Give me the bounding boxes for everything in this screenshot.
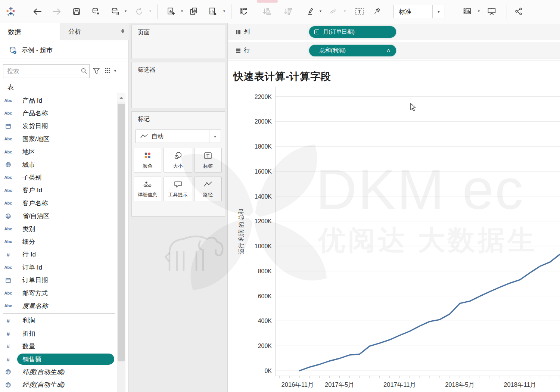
new-worksheet-button[interactable] [164,5,178,18]
rows-shelf[interactable]: 行 总和(利润) Δ [228,42,560,59]
field-item-11[interactable]: Abc细分 [0,235,116,248]
field-label: 客户 Id [16,186,42,195]
marks-label-button[interactable]: 标签 [194,148,222,172]
abc-field-icon: Abc [0,201,16,205]
field-label: 细分 [16,237,35,246]
highlight-caret[interactable]: ▾ [320,9,321,13]
tableau-logo-icon [4,5,18,18]
fit-selector[interactable]: 标准 ▾ [393,5,445,18]
rows-shelf-label: 行 [244,47,250,55]
undo-button[interactable] [31,5,44,18]
field-item-16[interactable]: Abc度量名称 [0,299,116,312]
pause-auto-updates-caret[interactable]: ▾ [125,9,127,13]
field-label: 订单日期 [16,276,48,284]
abc-field-icon: Abc [0,188,16,193]
field-item-8[interactable]: Abc客户名称 [0,197,116,209]
field-item-18[interactable]: #折扣 [0,327,116,340]
fit-selector-caret[interactable]: ▾ [433,10,445,14]
mouse-cursor [410,103,417,112]
sort-ascending-button[interactable] [260,5,274,18]
field-item-10[interactable]: Abc类别 [0,223,116,235]
field-item-6[interactable]: Abc子类别 [0,171,116,184]
abc-field-icon: Abc [0,98,16,103]
field-item-21[interactable]: 纬度(自动生成) [0,365,116,378]
clear-sheet-button[interactable] [206,5,220,18]
globe-field-icon [0,162,16,168]
share-workbook-button[interactable] [512,5,526,18]
field-label: 地区 [16,147,35,156]
field-item-7[interactable]: Abc客户 Id [0,184,116,197]
field-item-3[interactable]: Abc国家/地区 [0,133,116,145]
field-item-13[interactable]: Abc订单 Id [0,261,116,274]
marks-size-button[interactable]: 大小 [164,148,192,172]
x-tick-label: 2016年11月 [281,381,314,388]
pill-month-order-date[interactable]: 月(订单日期) [309,26,396,38]
y-tick-label: 1400K [255,193,272,200]
field-item-19[interactable]: #数量 [0,340,116,353]
field-item-4[interactable]: Abc地区 [0,146,116,158]
marks-path-button[interactable]: 路径 [194,177,222,201]
field-item-22[interactable]: 经度(自动生成) [0,379,116,391]
field-item-12[interactable]: #行 Id [0,248,116,261]
columns-shelf[interactable]: 列 月(订单日期) [228,24,560,40]
view-as-grid-icon[interactable] [105,67,112,75]
clear-sheet-caret[interactable]: ▾ [223,9,225,13]
filter-icon[interactable] [92,67,100,75]
swap-rows-and-columns-button[interactable] [237,5,251,18]
refresh-data-button[interactable] [133,5,146,18]
presentation-mode-button[interactable] [485,5,498,18]
filters-card[interactable]: 筛选器 [131,62,225,108]
field-item-17[interactable]: #利润 [0,314,116,327]
field-label: 客户名称 [16,199,48,208]
calendar-field-icon [0,123,16,129]
abc-field-icon: Abc [0,304,16,308]
save-button[interactable] [70,5,83,18]
field-item-1[interactable]: Abc产品名称 [0,107,116,119]
abc-field-icon: Abc [0,175,16,180]
field-label: 行 Id [16,250,36,259]
y-tick-label: 200K [258,343,272,349]
group-members-caret[interactable]: ▾ [344,9,346,13]
field-item-0[interactable]: Abc产品 Id [0,94,116,107]
scrollbar-up-button[interactable] [117,93,125,102]
view-as-caret[interactable]: ▾ [114,69,116,73]
new-data-source-button[interactable] [89,5,102,18]
group-members-button[interactable] [326,5,340,18]
field-item-15[interactable]: Abc邮寄方式 [0,287,116,299]
tab-analytics[interactable]: 分析 [61,23,129,40]
marks-detail-button[interactable]: 详细信息 [134,177,161,201]
detail-icon [143,180,152,190]
show-hide-cards-button[interactable] [461,5,474,18]
marks-color-button[interactable]: 颜色 [134,148,161,172]
field-item-20[interactable]: #销售额 [0,353,116,365]
sort-descending-button[interactable] [281,5,295,18]
field-item-9[interactable]: 省/自治区 [0,210,116,223]
show-hide-cards-caret[interactable]: ▾ [478,9,480,13]
highlight-button[interactable] [304,5,317,18]
tab-data[interactable]: 数据 [0,23,61,40]
fix-axes-button[interactable] [371,5,384,18]
search-input[interactable] [3,64,90,78]
mark-type-dropdown[interactable]: 自动 ▾ [136,130,221,143]
new-worksheet-caret[interactable]: ▾ [181,9,183,13]
marks-tooltip-button[interactable]: 工具提示 [164,177,192,201]
refresh-data-caret[interactable]: ▾ [149,9,151,13]
line-chart[interactable]: 0K200K400K600K800K1000K1200K1400K1600K18… [228,60,560,392]
pill-sum-profit[interactable]: 总和(利润) Δ [309,45,396,56]
redo-button[interactable] [50,5,63,18]
pane-collapse-icon[interactable] [121,29,124,33]
path-icon [203,180,212,190]
field-item-2[interactable]: 发货日期 [0,120,116,133]
sidebar-scrollbar[interactable] [117,93,125,392]
duplicate-sheet-button[interactable] [187,5,200,18]
expand-date-icon[interactable] [314,29,319,34]
scrollbar-thumb[interactable] [118,104,125,361]
field-item-5[interactable]: 城市 [0,158,116,171]
pages-card[interactable]: 页面 [131,25,225,59]
pause-auto-updates-button[interactable] [109,5,122,18]
show-mark-labels-button[interactable] [353,5,366,18]
abc-field-icon: Abc [0,111,16,115]
data-source-item[interactable]: 示例 - 超市 [0,42,128,59]
mark-type-caret[interactable]: ▾ [209,134,221,139]
field-item-14[interactable]: 订单日期 [0,274,116,287]
